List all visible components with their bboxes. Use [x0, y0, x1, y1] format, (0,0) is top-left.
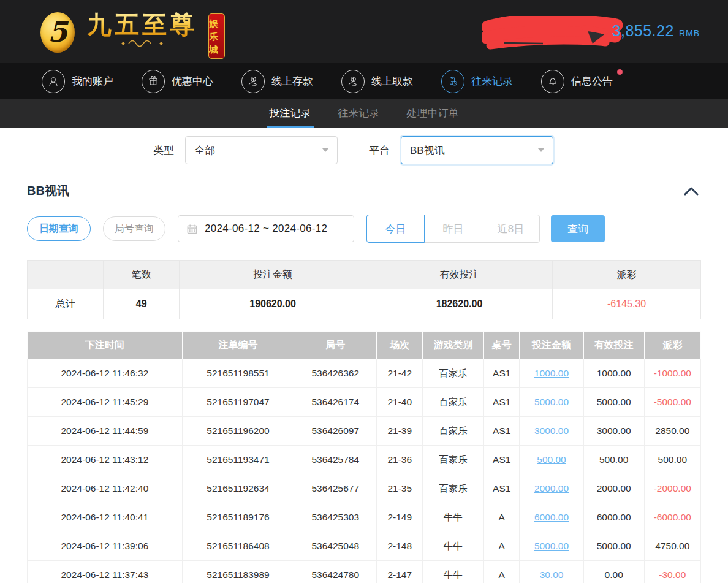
date-query-button[interactable]: 日期查询: [27, 216, 91, 241]
brand-name: 九五至尊: [87, 11, 197, 38]
calendar-icon: [186, 223, 198, 235]
cell-bet-amount: 5000.00: [520, 388, 583, 417]
cell-session: 21-35: [377, 474, 423, 503]
cell-payout: -30.00: [644, 561, 700, 583]
round-query-button[interactable]: 局号查询: [103, 216, 165, 241]
section-head: BB视讯: [0, 183, 728, 199]
column-header-session: 场次: [377, 332, 423, 359]
notification-dot: [617, 69, 623, 75]
summary-bet-value: 190620.00: [180, 289, 366, 319]
cell-order-id: 521651186408: [182, 532, 294, 561]
column-header-bet-amount: 投注金额: [520, 332, 583, 359]
cell-game-type: 百家乐: [423, 474, 484, 503]
cell-table-id: A: [484, 532, 520, 561]
bet-amount-link[interactable]: 500.00: [537, 454, 566, 465]
bet-amount-link[interactable]: 3000.00: [534, 425, 569, 436]
today-button[interactable]: 今日: [366, 215, 425, 243]
cell-valid-bet: 6000.00: [583, 503, 644, 532]
cell-bet-amount: 5000.00: [520, 532, 583, 561]
cell-bet-time: 2024-06-12 11:39:06: [28, 532, 183, 561]
cell-order-id: 521651192634: [182, 474, 294, 503]
nav-item-transaction-records[interactable]: 往来记录: [441, 70, 513, 93]
summary-header-bet: 投注金额: [180, 261, 366, 289]
table-row: 2024-06-12 11:39:06 521651186408 5364250…: [28, 532, 701, 561]
collapse-button[interactable]: [681, 185, 701, 198]
column-header-game-type: 游戏类别: [423, 332, 484, 359]
yesterday-button[interactable]: 昨日: [424, 215, 482, 243]
column-header-payout: 派彩: [644, 332, 700, 359]
cell-payout: -2000.00: [644, 474, 700, 503]
nav-item-withdraw[interactable]: 线上取款: [341, 70, 413, 93]
platform-filter-label: 平台: [369, 143, 390, 158]
date-range-input[interactable]: 2024-06-12 ~ 2024-06-12: [178, 215, 354, 242]
table-row: 2024-06-12 11:46:32 521651198551 5364263…: [28, 359, 701, 388]
query-toolbar: 日期查询 局号查询 2024-06-12 ~ 2024-06-12 今日 昨日 …: [0, 215, 728, 243]
section-title: BB视讯: [27, 183, 69, 199]
cell-session: 2-149: [377, 503, 423, 532]
last8days-button[interactable]: 近8日: [482, 215, 540, 243]
tab-pending-orders[interactable]: 处理中订单: [406, 99, 460, 128]
site-logo[interactable]: 5 九五至尊 娱乐城: [40, 11, 225, 59]
logo-glyph: 5: [48, 15, 67, 48]
search-button[interactable]: 查询: [551, 215, 605, 242]
table-row: 2024-06-12 11:44:59 521651196200 5364260…: [28, 417, 701, 446]
cell-valid-bet: 5000.00: [583, 532, 644, 561]
quick-range-group: 今日 昨日 近8日: [366, 215, 540, 243]
logo-flourish-icon: [81, 39, 203, 48]
cell-game-type: 百家乐: [423, 417, 484, 446]
brand-badge: 娱乐城: [208, 13, 225, 59]
redacted-scribble: [482, 16, 624, 50]
bet-amount-link[interactable]: 1000.00: [534, 368, 569, 378]
cell-table-id: AS1: [484, 474, 520, 503]
cell-table-id: AS1: [484, 388, 520, 417]
bet-amount-link[interactable]: 5000.00: [534, 541, 569, 551]
bet-amount-link[interactable]: 6000.00: [534, 512, 569, 522]
cell-session: 2-148: [377, 532, 423, 561]
nav-item-promotions[interactable]: 优惠中心: [142, 70, 213, 93]
cell-payout: 4750.00: [644, 532, 700, 561]
chevron-down-icon: [538, 148, 544, 152]
cell-order-id: 521651193471: [182, 446, 294, 474]
type-select[interactable]: 全部: [185, 136, 338, 164]
column-header-order-id: 注单编号: [182, 332, 294, 359]
bet-amount-link[interactable]: 2000.00: [534, 483, 569, 493]
cell-round-id: 536425784: [294, 446, 377, 474]
cell-round-id: 536426097: [294, 417, 377, 446]
chevron-down-icon: [322, 148, 328, 152]
cell-table-id: AS1: [484, 417, 520, 446]
cell-order-id: 521651189176: [182, 503, 294, 532]
tab-bet-records[interactable]: 投注记录: [268, 99, 313, 128]
summary-header-valid: 有效投注: [366, 261, 552, 289]
gift-icon: [142, 70, 165, 93]
sub-nav: 投注记录 往来记录 处理中订单: [0, 99, 728, 128]
cell-order-id: 521651183989: [182, 561, 294, 583]
balance-amount: 3,855.22: [612, 22, 674, 40]
platform-select[interactable]: BB视讯: [401, 136, 553, 164]
cell-valid-bet: 3000.00: [583, 417, 644, 446]
column-header-table-id: 桌号: [484, 332, 520, 359]
cell-bet-time: 2024-06-12 11:46:32: [28, 359, 183, 388]
bet-amount-link[interactable]: 30.00: [540, 570, 564, 580]
nav-item-deposit[interactable]: 线上存款: [241, 70, 313, 93]
nav-item-announcements[interactable]: 信息公告: [541, 70, 613, 93]
cell-bet-time: 2024-06-12 11:44:59: [28, 417, 183, 446]
cell-bet-amount: 1000.00: [520, 359, 583, 388]
cell-session: 21-40: [377, 388, 423, 417]
cell-payout: -1000.00: [644, 359, 700, 388]
summary-count-value: 49: [104, 289, 180, 319]
cell-game-type: 百家乐: [423, 388, 484, 417]
cell-bet-time: 2024-06-12 11:45:29: [28, 388, 183, 417]
cell-bet-amount: 6000.00: [520, 503, 583, 532]
cell-game-type: 牛牛: [423, 532, 484, 561]
tab-transaction-records[interactable]: 往来记录: [337, 99, 381, 128]
cell-game-type: 牛牛: [423, 503, 484, 532]
user-icon: [42, 70, 65, 93]
bet-amount-link[interactable]: 5000.00: [534, 397, 569, 407]
summary-table: 笔数 投注金额 有效投注 派彩 总计 49 190620.00 182620.0…: [27, 260, 701, 319]
cell-round-id: 536426174: [294, 388, 377, 417]
top-header: 5 九五至尊 娱乐城: [0, 0, 728, 63]
summary-header-payout: 派彩: [553, 261, 701, 289]
cell-bet-time: 2024-06-12 11:43:12: [28, 446, 183, 474]
deposit-icon: [241, 70, 265, 93]
nav-item-my-account[interactable]: 我的账户: [42, 70, 113, 93]
